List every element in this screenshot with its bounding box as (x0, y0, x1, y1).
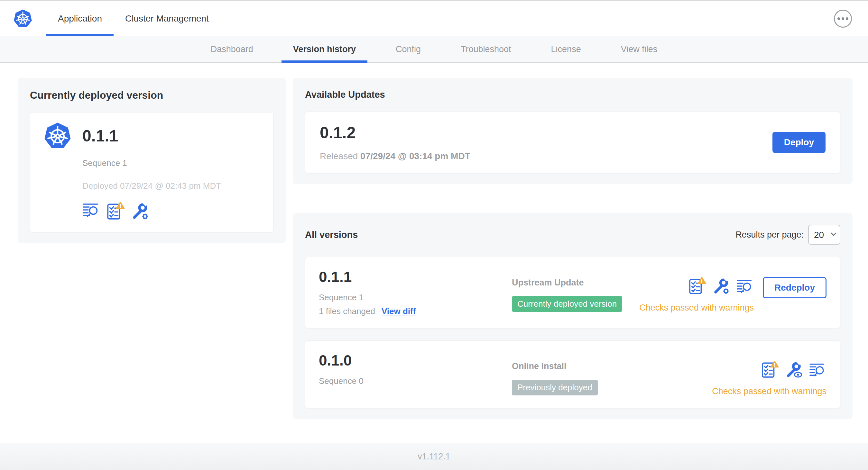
version-actions: Checks passed with warnings Redeploy (639, 268, 827, 313)
version-row-0-1-0: 0.1.0 Sequence 0 Online Install Previous… (305, 340, 840, 408)
deployed-timestamp: Deployed 07/29/24 @ 02:43 pm MDT (82, 181, 260, 191)
subnav-license[interactable]: License (531, 36, 601, 62)
diff-logs-icon[interactable] (82, 202, 100, 220)
console-version: v1.112.1 (417, 452, 451, 462)
source-label: Online Install (512, 361, 712, 371)
app-icon (43, 122, 72, 150)
preflight-checks-warning-icon[interactable] (107, 202, 125, 220)
top-header: Application Cluster Management (0, 1, 868, 36)
currently-deployed-badge: Currently deployed version (512, 296, 622, 312)
more-menu-button[interactable] (834, 10, 852, 28)
deployed-version-panel: 0.1.1 Sequence 1 Deployed 07/29/24 @ 02:… (30, 112, 274, 232)
results-per-page-label: Results per page: (736, 230, 804, 240)
subnav-dashboard[interactable]: Dashboard (191, 36, 273, 62)
preflight-checks-warning-icon[interactable] (762, 361, 779, 378)
subnav-config[interactable]: Config (376, 36, 441, 62)
ellipsis-icon (837, 18, 840, 20)
deployed-sequence: Sequence 1 (82, 158, 260, 168)
edit-config-icon[interactable] (131, 202, 149, 220)
currently-deployed-title: Currently deployed version (30, 89, 274, 101)
version-source: Online Install Previously deployed (512, 352, 712, 395)
version-source: Upstream Update Currently deployed versi… (512, 268, 639, 312)
all-versions-title: All versions (305, 230, 358, 240)
diff-logs-icon[interactable] (736, 277, 754, 295)
all-versions-card: All versions Results per page: 20 (293, 213, 852, 419)
subnav-version-history[interactable]: Version history (273, 36, 376, 62)
update-version-number: 0.1.2 (320, 124, 470, 142)
header-spacer (220, 1, 834, 36)
results-per-page-select[interactable]: 20 (808, 225, 840, 245)
files-changed-label: 1 files changed (319, 306, 375, 316)
edit-config-icon[interactable] (713, 277, 730, 295)
preflight-status-text: Checks passed with warnings (639, 303, 754, 313)
tab-cluster-management-label: Cluster Management (125, 13, 209, 24)
app-subnav: Dashboard Version history Config Trouble… (0, 36, 868, 63)
version-actions: Checks passed with warnings (712, 352, 827, 396)
preflight-checks-warning-icon[interactable] (689, 277, 706, 295)
app-footer: v1.112.1 (0, 443, 868, 470)
version-info: 0.1.1 Sequence 1 1 files changed View di… (319, 268, 512, 316)
deploy-button[interactable]: Deploy (772, 132, 826, 153)
view-diff-link[interactable]: View diff (381, 306, 416, 316)
preflight-status-text: Checks passed with warnings (712, 387, 827, 396)
available-updates-title: Available Updates (305, 89, 840, 100)
version-info: 0.1.0 Sequence 0 (319, 352, 512, 386)
row-version-number: 0.1.1 (319, 268, 512, 286)
row-sequence: Sequence 1 (319, 293, 512, 303)
deployed-version-number: 0.1.1 (82, 127, 118, 145)
update-released-timestamp: Released 07/29/24 @ 03:14 pm MDT (320, 151, 470, 161)
diff-logs-icon[interactable] (809, 361, 827, 378)
available-updates-card: Available Updates 0.1.2 Released 07/29/2… (293, 78, 852, 184)
redeploy-button[interactable]: Redeploy (763, 277, 827, 298)
kubernetes-logo-icon (13, 9, 33, 29)
source-label: Upstream Update (512, 278, 639, 288)
subnav-view-files[interactable]: View files (601, 36, 678, 62)
version-row-0-1-1: 0.1.1 Sequence 1 1 files changed View di… (305, 257, 840, 328)
tab-application[interactable]: Application (46, 1, 114, 36)
tab-cluster-management[interactable]: Cluster Management (114, 1, 220, 36)
main-content: Currently deployed version 0.1.1 Sequenc… (0, 63, 868, 419)
view-config-icon[interactable] (785, 361, 803, 378)
row-version-number: 0.1.0 (319, 352, 512, 369)
previously-deployed-badge: Previously deployed (512, 380, 598, 395)
subnav-troubleshoot[interactable]: Troubleshoot (441, 36, 531, 62)
currently-deployed-card: Currently deployed version 0.1.1 Sequenc… (18, 78, 286, 243)
row-sequence: Sequence 0 (319, 376, 512, 386)
update-row: 0.1.2 Released 07/29/24 @ 03:14 pm MDT D… (305, 111, 840, 173)
tab-application-label: Application (58, 13, 102, 24)
